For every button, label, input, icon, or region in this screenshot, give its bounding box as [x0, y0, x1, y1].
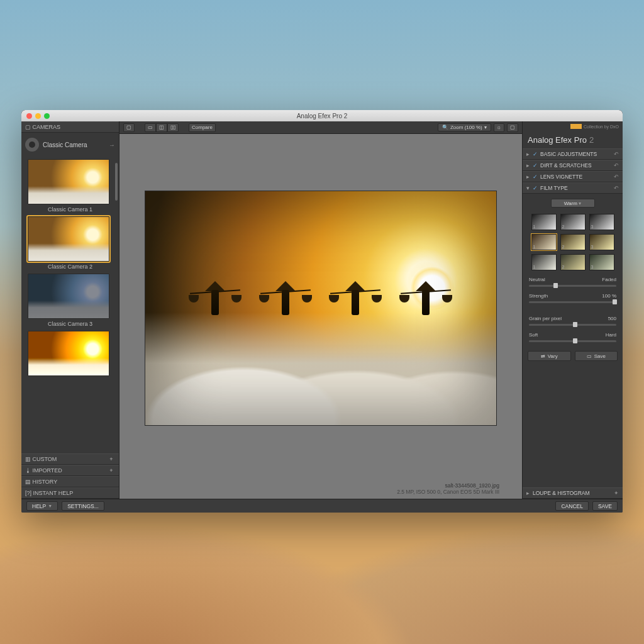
strength-slider: Strength100 % [528, 293, 618, 299]
basic-adjustments-section[interactable]: ▸✓BASIC ADJUSTMENTS↶ [523, 148, 623, 160]
reset-icon[interactable]: ↶ [614, 162, 619, 169]
app-window: Analog Efex Pro 2 ▢ CAMERAS Classic Came… [21, 110, 623, 513]
arrow-right-icon[interactable]: → [109, 142, 115, 148]
check-icon: ✓ [533, 162, 538, 169]
image-filename: salt-3344508_1920.jpg [119, 482, 499, 489]
content-area: ▢ CAMERAS Classic Camera → Classic Camer… [21, 121, 623, 499]
save-preset-button[interactable]: ▭Save [575, 351, 618, 361]
footer: HELP▼ SETTINGS... CANCEL SAVE [21, 499, 623, 513]
film-swatch[interactable]: 3 [589, 214, 614, 230]
settings-button[interactable]: SETTINGS... [62, 501, 104, 511]
side-view-button[interactable]: ▯▯ [167, 123, 179, 132]
history-section[interactable]: ▤ HISTORY [21, 476, 119, 487]
reset-icon[interactable]: ↶ [614, 174, 619, 180]
panel-title: Analog Efex Pro2 [523, 131, 623, 148]
film-swatch[interactable]: 3 [589, 234, 614, 250]
save-button[interactable]: SAVE [592, 501, 618, 511]
help-button[interactable]: HELP▼ [26, 501, 58, 511]
instant-help-section[interactable]: [?] INSTANT HELP [21, 487, 119, 499]
caret-right-icon: ▸ [526, 174, 530, 180]
check-icon: ✓ [533, 174, 538, 180]
disk-icon: ▭ [587, 353, 592, 359]
light-mode-button[interactable]: ☼ [494, 123, 504, 132]
center-panel: ▢ ▭ ◫ ▯▯ Compare 🔍 Zoom (100 %) ▾ ☼ ▢ [119, 121, 522, 499]
preset-item[interactable]: Classic Camera 3 [28, 274, 113, 327]
preset-label: Classic Camera 3 [28, 321, 113, 327]
chevron-down-icon: ▾ [579, 201, 581, 206]
slider-track[interactable] [529, 340, 616, 342]
panel-right-toggle-button[interactable]: ▢ [507, 123, 518, 132]
titlebar: Analog Efex Pro 2 [21, 110, 623, 121]
caret-down-icon: ▾ [526, 185, 530, 191]
film-swatch[interactable]: 1 [531, 214, 557, 230]
vary-save-row: ⇄Vary ▭Save [528, 351, 618, 361]
search-icon: 🔍 [442, 125, 448, 130]
grain-slider: Grain per pixel500 [528, 316, 618, 321]
pin-icon[interactable]: ✦ [614, 490, 619, 496]
left-panel: ▢ CAMERAS Classic Camera → Classic Camer… [21, 121, 119, 499]
panel-toggle-button[interactable]: ▢ [123, 123, 135, 132]
left-bottom-sections: ▥ CUSTOM+ ⭳ IMPORTED+ ▤ HISTORY [?] INST… [21, 453, 119, 499]
canvas-area[interactable] [119, 134, 522, 482]
camera-kit-label: Classic Camera [43, 142, 87, 148]
brand-text: Collection by DxO [584, 125, 619, 129]
dirt-scratches-section[interactable]: ▸✓DIRT & SCRATCHES↶ [523, 160, 623, 171]
cameras-label: CAMERAS [33, 124, 61, 130]
film-swatch[interactable]: 1 [531, 234, 557, 250]
preset-item[interactable]: Classic Camera 2 [28, 216, 113, 270]
image-meta: 2.5 MP, ISO 500 0, Canon EOS 5D Mark III [119, 489, 499, 495]
caret-right-icon: ▸ [526, 490, 530, 496]
camera-kit-row[interactable]: Classic Camera → [21, 133, 119, 157]
check-icon: ✓ [533, 185, 538, 191]
compare-button[interactable]: Compare [189, 123, 216, 132]
swatch-grid: 1 2 3 1 2 3 1 2 3 [528, 214, 618, 270]
vary-button[interactable]: ⇄Vary [528, 351, 571, 361]
custom-section[interactable]: ▥ CUSTOM+ [21, 453, 119, 465]
split-view-button[interactable]: ◫ [156, 123, 167, 132]
cameras-header[interactable]: ▢ CAMERAS [21, 121, 119, 133]
film-swatch[interactable]: 3 [589, 254, 614, 270]
film-swatch[interactable]: 2 [560, 234, 586, 250]
slider-track[interactable] [529, 285, 616, 287]
toolbar: ▢ ▭ ◫ ▯▯ Compare 🔍 Zoom (100 %) ▾ ☼ ▢ [119, 121, 522, 134]
add-icon[interactable]: + [108, 467, 115, 474]
slider-track[interactable] [529, 301, 616, 303]
window-title: Analog Efex Pro 2 [21, 113, 623, 119]
check-icon: ✓ [533, 151, 538, 157]
film-type-section[interactable]: ▾✓FILM TYPE↶ [523, 182, 623, 194]
soft-hard-slider: SoftHard [528, 332, 618, 338]
canvas-wrap: salt-3344508_1920.jpg 2.5 MP, ISO 500 0,… [119, 134, 522, 499]
scrollbar[interactable] [115, 163, 118, 201]
single-view-button[interactable]: ▭ [145, 123, 156, 132]
shuffle-icon: ⇄ [541, 353, 545, 359]
chevron-down-icon: ▼ [48, 504, 52, 508]
add-icon[interactable]: + [108, 456, 115, 462]
preset-label: Classic Camera 1 [28, 206, 113, 213]
lens-icon [25, 138, 39, 152]
camera-icon: ▢ [25, 124, 31, 130]
cancel-button[interactable]: CANCEL [555, 501, 588, 511]
zoom-select[interactable]: 🔍 Zoom (100 %) ▾ [438, 123, 491, 131]
film-swatch[interactable]: 2 [560, 254, 586, 270]
image-footer: salt-3344508_1920.jpg 2.5 MP, ISO 500 0,… [119, 482, 522, 499]
neutral-faded-slider: NeutralFaded [528, 277, 618, 282]
right-panel: Collection by DxO Analog Efex Pro2 ▸✓BAS… [522, 121, 623, 499]
imported-section[interactable]: ⭳ IMPORTED+ [21, 465, 119, 476]
main-image [145, 191, 497, 426]
chevron-down-icon: ▾ [484, 125, 487, 130]
brand-row: Collection by DxO [523, 121, 623, 131]
preset-label: Classic Camera 2 [28, 264, 113, 270]
loupe-histogram-section[interactable]: ▸LOUPE & HISTOGRAM✦ [523, 487, 623, 499]
film-tone-select[interactable]: Warm ▾ [551, 199, 595, 208]
caret-right-icon: ▸ [526, 151, 530, 157]
reset-icon[interactable]: ↶ [614, 151, 619, 157]
slider-track[interactable] [529, 324, 616, 326]
brand-chip-icon [570, 124, 582, 129]
preset-item[interactable] [28, 331, 113, 376]
preset-item[interactable]: Classic Camera 1 [28, 159, 113, 213]
reset-icon[interactable]: ↶ [614, 185, 619, 191]
view-mode-group: ▭ ◫ ▯▯ [145, 123, 179, 132]
film-swatch[interactable]: 1 [531, 254, 557, 270]
film-swatch[interactable]: 2 [560, 214, 586, 230]
lens-vignette-section[interactable]: ▸✓LENS VIGNETTE↶ [523, 171, 623, 182]
